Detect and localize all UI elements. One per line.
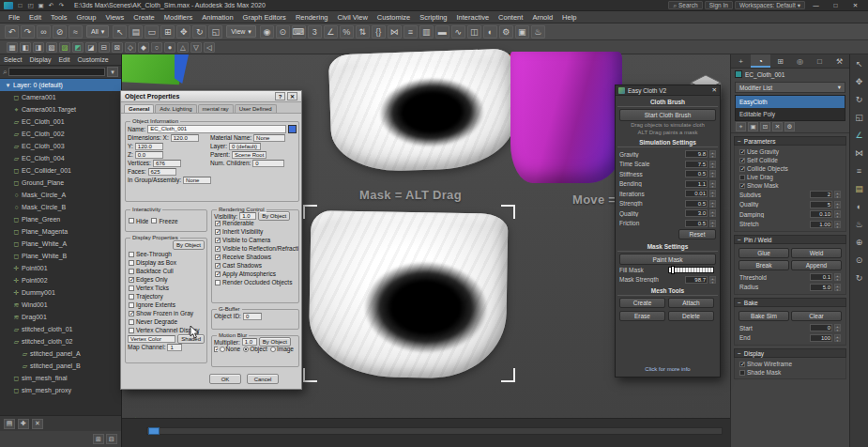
checkbox[interactable] bbox=[129, 294, 134, 300]
dialog-tab[interactable]: User Defined bbox=[235, 104, 277, 113]
mesh-tool-button[interactable]: Attach bbox=[668, 298, 714, 308]
checkbox[interactable] bbox=[129, 218, 134, 224]
object-name-field[interactable] bbox=[147, 125, 286, 133]
menu-item[interactable]: Arnold bbox=[527, 11, 557, 23]
menu-item[interactable]: Scripting bbox=[415, 11, 451, 23]
checkbox-row[interactable]: Hide bbox=[126, 217, 148, 225]
tool-button[interactable]: Break bbox=[739, 260, 789, 270]
timeline-track[interactable] bbox=[146, 427, 723, 435]
save-file-icon[interactable]: ▣ bbox=[36, 1, 46, 10]
checkbox-row[interactable]: Never Degrade bbox=[126, 317, 206, 326]
layer-explorer-toggle-icon[interactable]: ▥ bbox=[419, 25, 434, 39]
menu-item[interactable]: Modifiers bbox=[160, 11, 197, 23]
select-and-manipulate-icon[interactable]: ⊙ bbox=[276, 25, 290, 39]
use-pivot-point-icon[interactable]: ◉ bbox=[260, 25, 274, 39]
select-and-scale-icon[interactable]: ◱ bbox=[208, 25, 222, 39]
paint-mask-button[interactable]: Paint Mask bbox=[619, 254, 716, 265]
normal-constraint-icon[interactable]: ▧ bbox=[46, 42, 57, 53]
rollout-header[interactable]: − Pin / Weld bbox=[734, 235, 846, 244]
scene-explorer-row[interactable]: ◻ Camera001 bbox=[0, 91, 121, 103]
sign-in-button[interactable]: Sign In bbox=[705, 1, 733, 9]
selection-filter-dropdown[interactable]: All ▾ bbox=[86, 25, 109, 38]
snap-grid-icon[interactable]: ▦ bbox=[7, 42, 18, 53]
scene-explorer-menu-item[interactable]: Customize bbox=[73, 56, 112, 63]
checkbox[interactable] bbox=[151, 218, 157, 224]
spinner-arrows[interactable]: ▴▾ bbox=[709, 161, 716, 168]
spinner-arrows[interactable]: ▴▾ bbox=[709, 220, 716, 227]
checkbox-row[interactable]: Live Drag bbox=[736, 173, 845, 181]
scene-explorer-row[interactable]: ✛ Point001 bbox=[0, 262, 121, 274]
lock-selection-icon[interactable]: ◪ bbox=[85, 42, 97, 53]
radio-button[interactable] bbox=[270, 347, 276, 352]
sx-delete-icon[interactable]: ✕ bbox=[32, 419, 43, 429]
dialog-tab[interactable]: General bbox=[124, 104, 154, 113]
tool-button[interactable]: Clear bbox=[791, 311, 842, 321]
scene-explorer-row[interactable]: ◻ Plane_Magenta bbox=[0, 225, 121, 238]
modifier-stack-item[interactable]: Editable Poly bbox=[736, 108, 845, 120]
radio-button[interactable] bbox=[220, 347, 225, 352]
start-cloth-brush-button[interactable]: Start Cloth Brush bbox=[619, 109, 716, 121]
parameter-value[interactable]: 7.5 bbox=[685, 161, 708, 168]
spinner-snap-icon[interactable]: ⇅ bbox=[356, 25, 370, 39]
minimize-button[interactable]: — bbox=[807, 1, 825, 10]
named-selection-sets-icon[interactable]: {} bbox=[372, 25, 386, 39]
face-constraint-icon[interactable]: ◨ bbox=[33, 42, 44, 53]
paint-selection-icon[interactable]: ◩ bbox=[72, 42, 84, 53]
spinner-arrows[interactable]: ▴▾ bbox=[709, 190, 716, 197]
create-tab-icon[interactable]: + bbox=[731, 54, 751, 68]
rollout-header[interactable]: − Bake bbox=[734, 298, 846, 307]
spinner-arrows[interactable]: ▴▾ bbox=[709, 276, 716, 284]
tool-button[interactable]: Append bbox=[791, 260, 842, 270]
checkbox-row[interactable]: Visible to Camera bbox=[212, 236, 298, 244]
checkbox[interactable] bbox=[129, 260, 134, 266]
checkbox[interactable] bbox=[215, 221, 221, 226]
workspace-dropdown[interactable]: Workspaces: Default ▾ bbox=[735, 1, 805, 9]
radio-button[interactable] bbox=[243, 347, 249, 352]
checkbox-row[interactable]: Show Frozen in Gray bbox=[126, 309, 206, 317]
scene-explorer-row[interactable]: ⌖ Camera001.Target bbox=[0, 103, 121, 116]
checkbox[interactable] bbox=[215, 246, 221, 252]
magenta-cloth-object[interactable] bbox=[510, 52, 622, 183]
multiplier-value[interactable]: 1.0 bbox=[242, 338, 257, 346]
tool-button[interactable]: Weld bbox=[791, 248, 842, 258]
select-and-rotate-icon[interactable]: ↻ bbox=[192, 25, 206, 39]
modifier-list-dropdown[interactable]: Modifier List ▾ bbox=[735, 82, 845, 93]
checkbox[interactable] bbox=[129, 302, 134, 308]
spinner-arrows[interactable]: ▴▾ bbox=[834, 210, 841, 218]
select-and-move-icon[interactable]: ✥ bbox=[176, 25, 190, 39]
spinner-arrows[interactable]: ▴▾ bbox=[709, 180, 716, 188]
dialog-close-button[interactable]: ✕ bbox=[287, 92, 297, 100]
checkbox[interactable] bbox=[739, 166, 745, 172]
checkbox[interactable] bbox=[214, 347, 218, 352]
parameter-value[interactable]: 5 bbox=[810, 201, 832, 208]
parameter-value[interactable]: 0 bbox=[810, 324, 832, 331]
checkbox-row[interactable]: Display as Box bbox=[126, 258, 206, 267]
checkbox-row[interactable]: Freeze bbox=[148, 217, 177, 225]
remove-modifier-icon[interactable]: ✕ bbox=[772, 122, 783, 131]
scene-explorer-row[interactable]: ◻ Plane_White_B bbox=[0, 250, 121, 262]
soft-selection-icon[interactable]: ▨ bbox=[59, 42, 70, 53]
checkbox-row[interactable]: Shade Mask bbox=[736, 368, 845, 377]
tool-button[interactable]: Bake Sim bbox=[739, 311, 789, 321]
align-icon[interactable]: ≡ bbox=[404, 25, 418, 39]
checkbox-row[interactable]: Trajectory bbox=[126, 292, 206, 301]
sx-dock-icon[interactable]: ⊞ bbox=[93, 434, 104, 444]
parameter-value[interactable]: 100 bbox=[810, 334, 832, 342]
checkbox-row[interactable]: Backface Cull bbox=[126, 267, 206, 275]
side-align-icon[interactable]: ≡ bbox=[850, 162, 868, 179]
menu-item[interactable]: Interactive bbox=[451, 11, 494, 23]
object-id-value[interactable]: 0 bbox=[243, 313, 262, 320]
side-scale-icon[interactable]: ◱ bbox=[850, 108, 868, 126]
spinner-arrows[interactable]: ▴▾ bbox=[834, 284, 841, 291]
side-orbit-icon[interactable]: ↻ bbox=[850, 269, 868, 286]
side-rotate-icon[interactable]: ↻ bbox=[850, 90, 868, 108]
checkbox-row[interactable]: Apply Atmospherics bbox=[212, 270, 298, 278]
mesh-tool-button[interactable]: Erase bbox=[619, 311, 665, 321]
time-slider-handle[interactable] bbox=[148, 427, 160, 435]
spinner-arrows[interactable]: ▴▾ bbox=[834, 324, 841, 331]
enabled-checkbox-row[interactable]: Enabled bbox=[214, 345, 218, 353]
checkbox-row[interactable]: Render Occluded Objects bbox=[212, 278, 298, 286]
menu-item[interactable]: Views bbox=[100, 11, 129, 23]
scene-explorer-row[interactable]: ▱ stitched_cloth_02 bbox=[0, 335, 121, 347]
scene-explorer-row[interactable]: ◻ EC_Collider_001 bbox=[0, 164, 121, 177]
